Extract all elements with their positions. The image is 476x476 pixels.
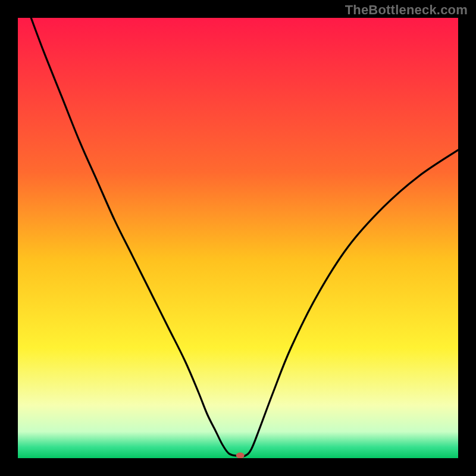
chart-frame: TheBottleneck.com <box>0 0 476 476</box>
plot-background <box>18 18 458 458</box>
optimal-point-marker <box>236 453 245 459</box>
bottleneck-chart <box>0 0 476 476</box>
watermark-text: TheBottleneck.com <box>345 2 468 18</box>
